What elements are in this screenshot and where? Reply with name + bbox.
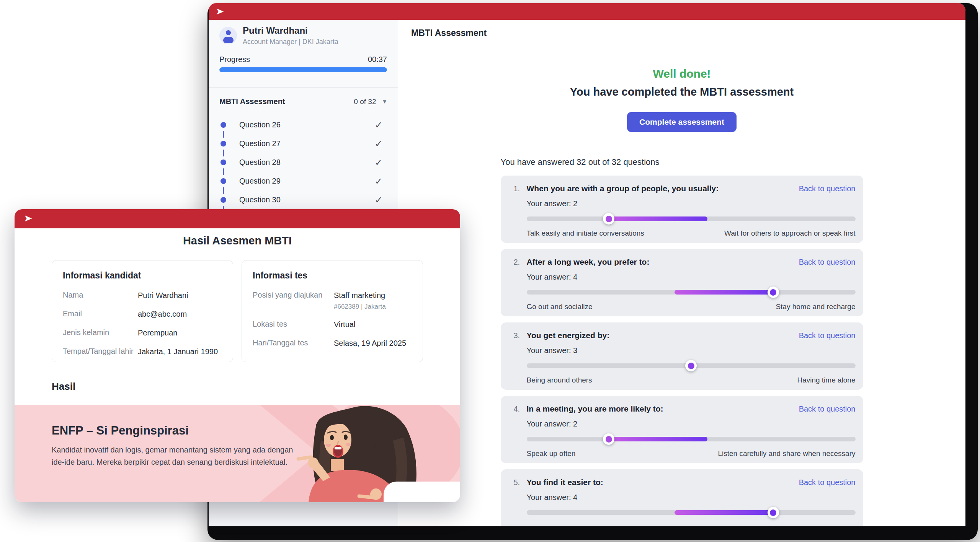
info-label: Hari/Tanggal tes [253,339,334,347]
page-header: MBTI Assessment [398,20,965,46]
slider-thumb[interactable] [768,286,779,298]
chevron-down-icon[interactable]: ▾ [383,98,386,106]
check-icon: ✓ [375,157,382,168]
sidebar-question-row[interactable]: Question 29✓ [219,172,382,190]
sidebar-question-row[interactable]: Question 30✓ [219,190,382,209]
question-dot-icon [220,122,226,128]
result-window: ➤ Hasil Asesmen MBTI Informasi kandidat … [15,209,460,502]
back-to-question-link[interactable]: Back to question [799,331,856,340]
answer-slider[interactable] [527,360,856,371]
question-text: You find it easier to: [527,478,603,487]
right-anchor-label: Wait for others to approach or speak fir… [724,229,856,238]
left-anchor-label: Speak up often [527,449,576,458]
answer-card-header: 1.When you are with a group of people, y… [514,184,856,193]
slider-thumb[interactable] [603,433,614,445]
right-anchor-label: Listen carefully and share when necessar… [718,449,855,458]
progress-label: Progress [219,55,250,64]
back-to-question-link[interactable]: Back to question [799,405,856,413]
info-row: Lokasi tesVirtual [253,320,412,329]
question-number: 2. [514,258,527,267]
complete-assessment-button[interactable]: Complete assessment [627,112,737,132]
answered-summary: You have answered 32 out of 32 questions [501,157,863,167]
divider [209,87,398,88]
question-list: Question 26✓Question 27✓Question 28✓Ques… [219,116,382,214]
user-name: Putri Wardhani [243,25,338,36]
info-value: Jakarta, 1 Januari 1990 [138,347,218,356]
info-label: Lokasi tes [253,320,334,329]
slider-anchor-labels: Go out and socializeStay home and rechar… [527,303,856,311]
answer-slider[interactable] [527,213,856,225]
result-section-heading: Hasil [52,381,75,392]
question-text: You get energized by: [527,331,610,340]
your-answer-value: Your answer: 4 [527,493,578,502]
question-text: In a meeting, you are more likely to: [527,404,663,413]
question-dot-icon [220,178,226,184]
avatar [219,27,237,44]
sidebar-question-row[interactable]: Question 27✓ [219,134,382,153]
banner-corner-notch [384,482,460,502]
answer-card: 5.You find it easier to:Back to question… [501,469,863,526]
question-number: 3. [514,331,527,340]
avatar-person-icon [226,30,231,35]
section-count: 0 of 32 [354,98,376,106]
back-to-question-link[interactable]: Back to question [799,478,856,487]
candidate-info-heading: Informasi kandidat [63,270,222,281]
connector-dash [223,131,224,138]
test-info-card: Informasi tes Posisi yang diajukanStaff … [242,260,423,362]
timer: 00:37 [368,55,387,64]
back-to-question-link[interactable]: Back to question [799,184,856,193]
completed-heading: You have completed the MBTI assessment [398,86,965,98]
check-icon: ✓ [375,138,382,149]
question-dot-icon [220,141,226,146]
left-anchor-label: Being around others [527,376,592,384]
info-label: Nama [63,291,138,299]
info-value: Perempuan [138,328,177,338]
check-icon: ✓ [375,120,382,130]
answer-slider[interactable] [527,507,856,518]
answer-slider[interactable] [527,286,856,298]
profile-block: Putri Wardhani Account Manager | DKI Jak… [219,25,387,46]
info-row: Jenis kelaminPerempuan [63,328,222,338]
test-info-heading: Informasi tes [253,270,412,281]
main-content: Well done! You have completed the MBTI a… [398,46,965,526]
slider-thumb[interactable] [768,507,779,518]
personality-description: Kandidat inovatif dan logis, gemar menan… [52,444,297,468]
section-title: MBTI Assessment [219,97,285,106]
question-label: Question 27 [239,139,281,148]
page-title: MBTI Assessment [411,28,487,38]
your-answer-value: Your answer: 3 [527,346,578,355]
info-value: Virtual [334,320,355,329]
info-row: Hari/Tanggal tesSelasa, 19 April 2025 [253,339,412,348]
left-anchor-label: Go out and socialize [527,303,593,311]
result-banner: ENFP – Si Penginspirasi Kandidat inovati… [15,405,460,502]
slider-thumb[interactable] [685,360,697,371]
question-number: 4. [514,405,527,413]
back-to-question-link[interactable]: Back to question [799,258,856,267]
answer-card-header: 4.In a meeting, you are more likely to:B… [514,404,856,413]
app-header-bar: ➤ [209,3,965,20]
info-value: abc@abc.com [138,309,187,319]
info-label: Tempat/Tanggal lahir [63,347,138,356]
info-row: Posisi yang diajukanStaff marketing#6623… [253,291,412,311]
right-anchor-label: Stay home and recharge [776,303,855,311]
slider-thumb[interactable] [603,213,614,225]
info-label: Jenis kelamin [63,328,138,337]
question-number: 1. [514,184,527,193]
sidebar-question-row[interactable]: Question 28✓ [219,153,382,172]
question-label: Question 29 [239,177,281,186]
answer-slider[interactable] [527,433,856,445]
assessment-section-header: MBTI Assessment 0 of 32 ▾ [219,97,386,106]
progress-bar-fill [219,67,387,72]
answer-card: 4.In a meeting, you are more likely to:B… [501,396,863,463]
your-answer-value: Your answer: 4 [527,273,578,282]
result-header-bar: ➤ [15,209,460,228]
slider-fill [675,290,773,295]
info-value: Staff marketing#662389 | Jakarta [334,291,386,311]
question-text: When you are with a group of people, you… [527,184,719,193]
info-row: Tempat/Tanggal lahirJakarta, 1 Januari 1… [63,347,222,356]
answer-card-list: 1.When you are with a group of people, y… [501,176,863,526]
info-label: Email [63,309,138,318]
info-value-sub: #662389 | Jakarta [334,303,386,311]
sidebar-question-row[interactable]: Question 26✓ [219,116,382,134]
check-icon: ✓ [375,176,382,187]
